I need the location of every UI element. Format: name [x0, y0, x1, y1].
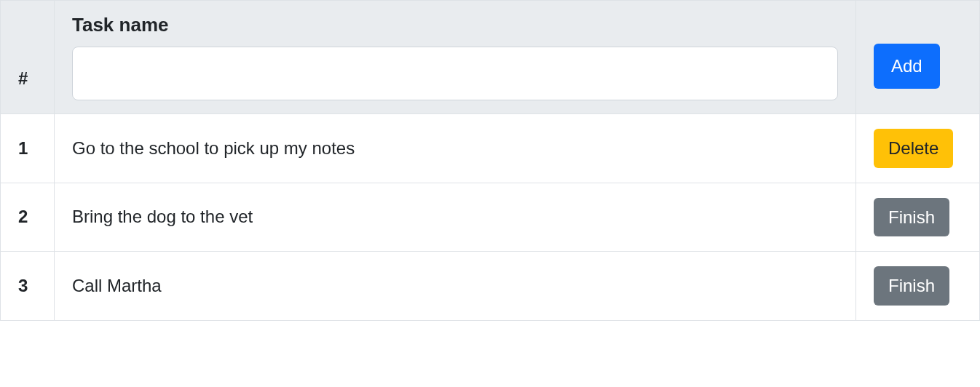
- row-action-cell: Finish: [856, 183, 980, 252]
- table-row: 3Call MarthaFinish: [1, 252, 980, 321]
- task-name-input[interactable]: [72, 47, 838, 100]
- row-index: 2: [1, 183, 55, 252]
- row-index: 3: [1, 252, 55, 321]
- row-task-name: Go to the school to pick up my notes: [55, 114, 856, 183]
- index-header-label: #: [18, 68, 28, 88]
- task-table: # Task name Add 1Go to the school to pic…: [0, 0, 980, 321]
- column-header-task: Task name: [55, 1, 856, 114]
- add-button[interactable]: Add: [874, 44, 940, 89]
- column-header-action: Add: [856, 1, 980, 114]
- table-row: 1Go to the school to pick up my notesDel…: [1, 114, 980, 183]
- row-task-name: Bring the dog to the vet: [55, 183, 856, 252]
- task-header-label: Task name: [72, 14, 838, 36]
- row-action-cell: Finish: [856, 252, 980, 321]
- row-task-name: Call Martha: [55, 252, 856, 321]
- finish-button[interactable]: Finish: [874, 198, 949, 237]
- row-action-cell: Delete: [856, 114, 980, 183]
- row-index: 1: [1, 114, 55, 183]
- delete-button[interactable]: Delete: [874, 129, 953, 168]
- table-row: 2Bring the dog to the vetFinish: [1, 183, 980, 252]
- finish-button[interactable]: Finish: [874, 266, 949, 306]
- column-header-index: #: [1, 1, 55, 114]
